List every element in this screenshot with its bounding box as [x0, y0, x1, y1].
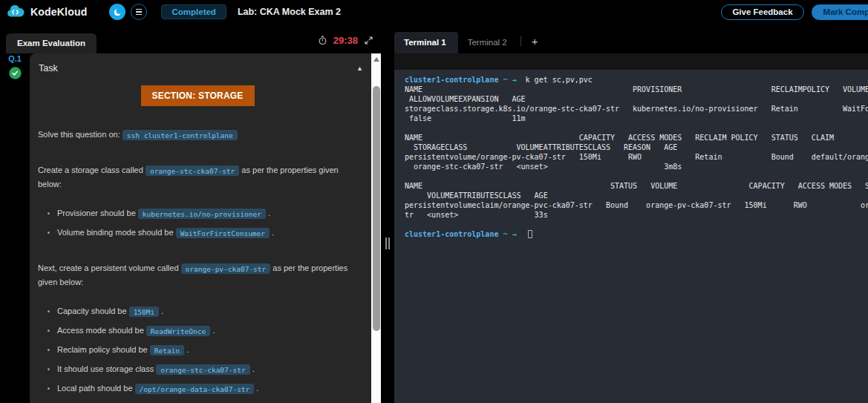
task-bullet: It should use storage class orange-stc-c… [57, 362, 357, 376]
task-title: Task [39, 63, 58, 73]
terminal-line: cluster1-controlplane ~ → [405, 229, 868, 239]
task-content: SECTION: STORAGESolve this question on: … [30, 85, 381, 403]
terminal-line: storageclass.storage.k8s.io/orange-stc-c… [405, 104, 868, 114]
terminal-line: VOLUMEATTRIBUTESCLASS AGE [405, 191, 868, 200]
inline-code: ssh cluster1-controlplane [123, 130, 238, 141]
inline-code: WaitForFirstConsumer [176, 228, 270, 239]
task-paragraph: Next, create a persistent volume called … [38, 261, 357, 289]
expand-icon[interactable] [364, 36, 373, 45]
inline-code: /opt/orange-data-cka07-str [135, 384, 255, 395]
task-bullet: Capacity should be 150Mi . [57, 304, 357, 318]
task-bullet-list: Capacity should be 150Mi .Access mode sh… [38, 304, 357, 403]
task-bullet: Local path should be /opt/orange-data-ck… [57, 381, 357, 396]
terminal-line: STORAGECLASS VOLUMEATTRIBUTESCLASS REASO… [405, 142, 868, 152]
exam-panel: Exam Evaluation 29:38 Q.1 [0, 24, 381, 403]
prompt-path: ~ [498, 230, 507, 238]
inline-code: 150Mi [129, 307, 160, 318]
prompt-arrow-icon: → [507, 76, 516, 84]
menu-icon [136, 9, 142, 10]
tab-terminal-1[interactable]: Terminal 1 [394, 32, 458, 53]
timer-value: 29:38 [333, 35, 358, 46]
scrollbar-thumb[interactable] [373, 86, 380, 331]
topbar: KodeKloud Completed Lab: CKA Mock Exam 2… [0, 0, 868, 24]
terminal-line [405, 171, 868, 181]
terminal-line: orange-stc-cka07-str <unset> 3m8s [405, 162, 868, 171]
task-bullet: Provisioner should be kubernetes.io/no-p… [57, 206, 357, 220]
terminal-panel: Terminal 1 Terminal 2 + cluster1-control… [394, 24, 868, 403]
theme-toggle-button[interactable] [109, 4, 125, 20]
task-bullet: Volume binding mode should be WaitForFir… [57, 226, 357, 240]
prompt-arrow-icon: → [507, 230, 516, 238]
question-label: Q.1 [0, 54, 30, 63]
mark-complete-button[interactable]: Mark Complete [812, 4, 868, 20]
kodekloud-logo[interactable]: KodeKloud [6, 5, 87, 19]
scrollbar-up-arrow-icon[interactable] [373, 57, 379, 62]
terminal-line [405, 220, 868, 229]
task-paragraph: Create a storage class called orange-stc… [38, 163, 357, 191]
question-complete-check-icon [9, 67, 22, 79]
task-bullet-list: Provisioner should be kubernetes.io/no-p… [38, 206, 357, 240]
task-bullet: Reclaim policy should be Retain . [57, 343, 357, 357]
inline-code: orange-stc-cka07-str [146, 166, 239, 177]
menu-button[interactable] [131, 4, 147, 20]
cloud-logo-icon [6, 5, 25, 19]
tab-exam-evaluation[interactable]: Exam Evaluation [6, 33, 97, 53]
collapse-arrow-icon[interactable]: ▲ [356, 65, 363, 72]
task-card-header[interactable]: Task ▲ [30, 53, 381, 73]
moon-icon [113, 7, 123, 17]
prompt-host: cluster1-controlplane [405, 76, 498, 84]
brand-name: KodeKloud [30, 6, 87, 18]
tab-terminal-2[interactable]: Terminal 2 [458, 32, 519, 53]
stopwatch-icon [318, 36, 327, 45]
terminal-line: NAME PROVISIONER RECLAIMPOLICY VOLUMEBIN… [405, 85, 868, 94]
exam-timer: 29:38 [318, 35, 373, 46]
terminal-toolbar-strip [394, 53, 868, 70]
terminal-line: tr <unset> 33s [405, 210, 868, 220]
inline-code: Retain [150, 345, 184, 356]
panel-splitter [381, 24, 394, 403]
terminal-line: ALLOWVOLUMEEXPANSION AGE [405, 94, 868, 104]
terminal-line: NAME STATUS VOLUME CAPACITY ACCESS MODES… [405, 181, 868, 191]
terminal-line: cluster1-controlplane ~ → k get sc,pv,pv… [405, 75, 868, 85]
splitter-drag-handle[interactable] [385, 237, 390, 249]
add-terminal-button[interactable]: + [526, 36, 544, 53]
terminal-line: persistentvolumeclaim/orange-pvc-cka07-s… [405, 200, 868, 210]
task-card: Task ▲ SECTION: STORAGESolve this questi… [30, 53, 381, 403]
terminal-line: persistentvolume/orange-pv-cka07-str 150… [405, 152, 868, 162]
inline-code: ReadWriteOnce [146, 326, 210, 337]
terminal-line: NAME CAPACITY ACCESS MODES RECLAIM POLIC… [405, 133, 868, 142]
terminal-screen[interactable]: cluster1-controlplane ~ → k get sc,pv,pv… [394, 70, 868, 403]
terminal-tabbar: Terminal 1 Terminal 2 + [394, 24, 868, 53]
inline-code: orange-pv-cka07-str [181, 263, 271, 275]
prompt-path: ~ [498, 76, 507, 84]
terminal-line: false 11m [405, 114, 868, 123]
give-feedback-button[interactable]: Give Feedback [721, 4, 803, 20]
task-scrollbar[interactable] [371, 53, 381, 403]
prompt-host: cluster1-controlplane [405, 230, 498, 238]
inline-code: orange-stc-cka07-str [156, 364, 249, 376]
status-badge: Completed [161, 4, 226, 19]
section-badge: SECTION: STORAGE [141, 85, 255, 106]
question-nav-item[interactable]: Q.1 [0, 53, 30, 403]
terminal-cursor [528, 230, 532, 238]
main-area: Exam Evaluation 29:38 Q.1 [0, 24, 868, 403]
inline-code: kubernetes.io/no-provisioner [138, 209, 266, 220]
task-paragraph: Solve this question on: ssh cluster1-con… [38, 128, 357, 142]
terminal-line [405, 123, 868, 133]
task-bullet: Access mode should be ReadWriteOnce . [57, 324, 357, 338]
lab-title: Lab: CKA Mock Exam 2 [238, 7, 341, 17]
